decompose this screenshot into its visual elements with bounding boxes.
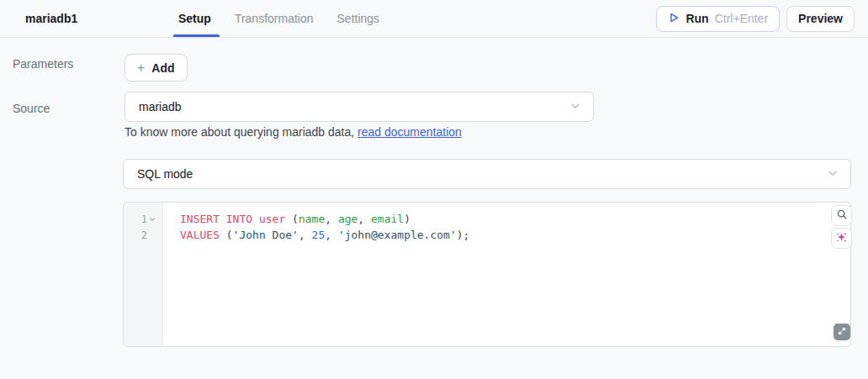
run-button-label: Run	[685, 12, 708, 25]
sql-code-editor[interactable]: 12 INSERT INTO user (name, age, email)VA…	[123, 202, 851, 347]
header-actions: Run Ctrl+Enter Preview	[656, 0, 855, 37]
search-icon	[836, 208, 848, 223]
run-shortcut-label: Ctrl+Enter	[715, 12, 768, 25]
query-header: mariadb1 Setup Transformation Settings R…	[0, 0, 868, 38]
plus-icon: +	[137, 61, 145, 75]
chevron-down-icon	[827, 167, 839, 182]
editor-code-area[interactable]: INSERT INTO user (name, age, email)VALUE…	[163, 203, 850, 346]
source-helper-text: To know more about querying mariadb data…	[124, 125, 462, 139]
fold-chevron-icon[interactable]	[147, 216, 157, 223]
tab-setup-label: Setup	[178, 12, 211, 25]
header-tabs: Setup Transformation Settings	[177, 0, 381, 37]
editor-search-button[interactable]	[831, 205, 852, 226]
query-editor-panel: mariadb1 Setup Transformation Settings R…	[0, 0, 868, 379]
gutter-line: 2	[124, 227, 162, 243]
tab-transformation[interactable]: Transformation	[233, 0, 315, 37]
ai-assist-button[interactable]	[831, 228, 852, 249]
source-label: Source	[13, 102, 50, 115]
read-documentation-link[interactable]: read documentation	[357, 125, 462, 139]
source-select-value: mariadb	[139, 100, 182, 113]
query-mode-select[interactable]: SQL mode	[123, 159, 851, 189]
add-button-label: Add	[151, 61, 174, 75]
parameters-label: Parameters	[13, 57, 73, 71]
code-line: VALUES ('John Doe', 25, 'john@example.co…	[180, 227, 850, 243]
ai-sparkle-icon	[835, 231, 848, 246]
editor-gutter: 12	[124, 203, 163, 346]
source-select[interactable]: mariadb	[124, 92, 594, 122]
tab-transformation-label: Transformation	[235, 12, 314, 25]
code-line: INSERT INTO user (name, age, email)	[180, 211, 850, 227]
tab-settings[interactable]: Settings	[336, 0, 382, 37]
tab-settings-label: Settings	[337, 12, 380, 25]
query-name[interactable]: mariadb1	[25, 12, 177, 25]
add-parameter-button[interactable]: + Add	[124, 54, 188, 82]
run-button[interactable]: Run Ctrl+Enter	[656, 6, 780, 32]
chevron-down-icon	[569, 100, 581, 114]
expand-icon	[837, 326, 847, 339]
expand-editor-button[interactable]	[834, 324, 850, 340]
play-icon	[668, 12, 680, 26]
preview-button[interactable]: Preview	[786, 6, 855, 32]
query-mode-value: SQL mode	[137, 167, 193, 181]
gutter-line: 1	[124, 211, 162, 227]
tab-setup[interactable]: Setup	[177, 0, 213, 37]
